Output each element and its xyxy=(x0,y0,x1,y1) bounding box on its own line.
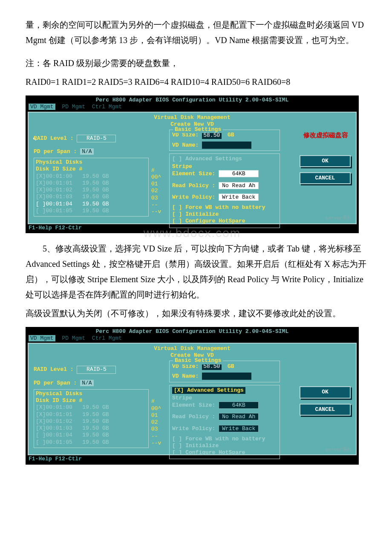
bios-menu: VD Mgmt PD Mgmt Ctrl Mgmt xyxy=(26,335,358,343)
disk-row[interactable]: [X]00:01:03 19.50 GB xyxy=(36,194,147,200)
disk-row[interactable]: [X]00:01:01 19.50 GB xyxy=(36,180,147,187)
raid-level-select[interactable]: RAID-5 xyxy=(77,135,116,142)
disk-row[interactable]: [X]00:01:02 19.50 GB xyxy=(36,418,147,425)
raid-level-select[interactable]: RAID-5 xyxy=(77,366,116,373)
configure-hotspare-checkbox[interactable]: [ ] Configure HotSpare xyxy=(172,449,277,456)
physical-disks-box: Physical Disks Disk ID Size # [X]00:01:0… xyxy=(34,158,149,217)
configure-hotspare-checkbox[interactable]: [ ] Configure HotSpare xyxy=(172,218,277,225)
disk-row[interactable]: [X]00:01:00 19.50 GB xyxy=(36,173,147,180)
pd-per-span-label: PD per Span : xyxy=(34,148,77,155)
note-line-1: 注：各 RAID 级别最少需要的硬盘数量， xyxy=(26,55,366,71)
watermark-corner: server系列 xyxy=(325,216,352,222)
force-wb-checkbox[interactable]: [ ] Force WB with no battery xyxy=(172,436,277,442)
menu-vd-mgmt[interactable]: VD Mgmt xyxy=(29,335,55,341)
advanced-settings-box: [X] Advanced Settings Stripe Element Siz… xyxy=(169,385,280,460)
initialize-checkbox[interactable]: [ ] Initialize xyxy=(172,211,277,218)
bios-title: Perc H800 Adapter BIOS Configuration Uti… xyxy=(26,327,358,335)
basic-settings-box: Basic Settings VD Size: 58.50 GB VD Name… xyxy=(169,130,280,151)
ok-button[interactable]: OK xyxy=(300,155,351,167)
menu-ctrl-mgmt[interactable]: Ctrl Mgmt xyxy=(92,104,122,110)
disk-row[interactable]: [ ]00:01:04 19.50 GB xyxy=(36,201,147,208)
write-policy-label: Write Policy: xyxy=(172,425,215,431)
menu-ctrl-mgmt[interactable]: Ctrl Mgmt xyxy=(92,335,122,341)
bios-menu: VD Mgmt PD Mgmt Ctrl Mgmt xyxy=(26,104,358,111)
stripe-label: Stripe xyxy=(172,163,192,170)
initialize-checkbox[interactable]: [ ] Initialize xyxy=(172,442,277,449)
stripe-label: Stripe xyxy=(172,395,192,401)
index-column: # 00^ 01 02 03 -- --v xyxy=(151,398,161,447)
element-size-select[interactable]: 64KB xyxy=(219,402,259,409)
cancel-button[interactable]: CANCEL xyxy=(300,404,351,416)
index-column: # 00^ 01 02 03 -- --v xyxy=(151,167,161,216)
physical-disks-headers: Disk ID Size # xyxy=(36,166,147,173)
advanced-settings-toggle[interactable]: [X] Advanced Settings xyxy=(172,387,245,394)
paragraph-3: 5、修改高级设置，选择完 VD Size 后，可以按向下方向键，或者 Tab 键… xyxy=(26,241,366,302)
note-line-2: RAID0=1 RAID1=2 RAID5=3 RAID6=4 RAID10=4… xyxy=(26,74,366,90)
force-wb-checkbox[interactable]: [ ] Force WB with no battery xyxy=(172,204,277,211)
annotation-text: 修改虚拟磁盘容 xyxy=(303,131,348,139)
pd-per-span-label: PD per Span : xyxy=(34,380,77,386)
read-policy-label: Read Policy : xyxy=(172,413,215,420)
read-policy-select[interactable]: No Read Ah xyxy=(219,182,259,189)
raid-level-label: RAID Level : xyxy=(34,135,74,142)
bios-screenshot-2: Perc H800 Adapter BIOS Configuration Uti… xyxy=(26,327,359,465)
menu-pd-mgmt[interactable]: PD Mgmt xyxy=(62,104,85,110)
bios-screenshot-1: Perc H800 Adapter BIOS Configuration Uti… xyxy=(26,95,359,233)
paragraph-4: 高级设置默认为关闭（不可修改），如果没有特殊要求，建议不要修改此处的设置。 xyxy=(26,306,366,321)
basic-settings-title: Basic Settings xyxy=(173,357,223,364)
cancel-button[interactable]: CANCEL xyxy=(300,172,351,184)
menu-vd-mgmt[interactable]: VD Mgmt xyxy=(29,104,55,110)
disk-row[interactable]: [X]00:01:00 19.50 GB xyxy=(36,404,147,411)
advanced-settings-toggle[interactable]: [ ] Advanced Settings xyxy=(172,156,277,162)
disk-row[interactable]: [X]00:01:01 19.50 GB xyxy=(36,411,147,418)
vd-name-label: VD Name: xyxy=(172,373,199,380)
physical-disks-headers: Disk ID Size # xyxy=(36,397,147,404)
disk-row[interactable]: [ ]00:01:05 19.50 GB xyxy=(36,208,147,214)
read-policy-label: Read Policy : xyxy=(172,182,215,189)
basic-settings-box: Basic Settings VD Size: 58.50 GB VD Name… xyxy=(169,361,280,382)
disk-row[interactable]: [ ]00:01:05 19.50 GB xyxy=(36,439,147,446)
vd-size-label: VD Size: xyxy=(172,363,199,370)
pd-per-span-value: N/A xyxy=(80,148,93,155)
watermark-corner: server系列 xyxy=(325,447,352,453)
physical-disks-title: Physical Disks xyxy=(36,159,147,166)
disk-row[interactable]: [X]00:01:03 19.50 GB xyxy=(36,425,147,432)
bios-title: Perc H800 Adapter BIOS Configuration Uti… xyxy=(26,96,358,104)
vd-name-input[interactable] xyxy=(202,142,251,149)
pd-per-span-value: N/A xyxy=(80,380,93,386)
vd-size-unit: GB xyxy=(228,132,234,138)
vd-name-input[interactable] xyxy=(202,373,251,380)
basic-settings-title: Basic Settings xyxy=(173,126,223,133)
vd-size-label: VD Size: xyxy=(172,132,199,139)
element-size-label: Element Size: xyxy=(172,171,215,177)
write-policy-select[interactable]: Write Back xyxy=(219,194,259,201)
write-policy-label: Write Policy: xyxy=(172,194,215,200)
menu-pd-mgmt[interactable]: PD Mgmt xyxy=(62,335,85,341)
physical-disks-box: Physical Disks Disk ID Size # [X]00:01:0… xyxy=(34,389,149,448)
ok-button[interactable]: OK xyxy=(300,386,351,398)
heading-vdm: Virtual Disk Management xyxy=(31,114,353,121)
paragraph-1: 量，剩余的空间可以配置为另外的一个虚拟磁盘，但是配置下一个虚拟磁盘时必须返回 V… xyxy=(26,17,366,48)
advanced-settings-box: [ ] Advanced Settings Stripe Element Siz… xyxy=(169,153,280,228)
disk-row[interactable]: [ ]00:01:04 19.50 GB xyxy=(36,432,147,439)
raid-level-label: RAID Level : xyxy=(34,366,74,373)
disk-row[interactable]: [X]00:01:02 19.50 GB xyxy=(36,187,147,194)
element-size-label: Element Size: xyxy=(172,402,215,408)
element-size-select[interactable]: 64KB xyxy=(219,170,259,177)
write-policy-select[interactable]: Write Back xyxy=(219,425,259,432)
vd-name-label: VD Name: xyxy=(172,142,199,149)
physical-disks-title: Physical Disks xyxy=(36,390,147,397)
vd-size-unit: GB xyxy=(228,363,234,370)
read-policy-select[interactable]: No Read Ah xyxy=(219,413,259,420)
heading-vdm: Virtual Disk Management xyxy=(31,345,353,352)
